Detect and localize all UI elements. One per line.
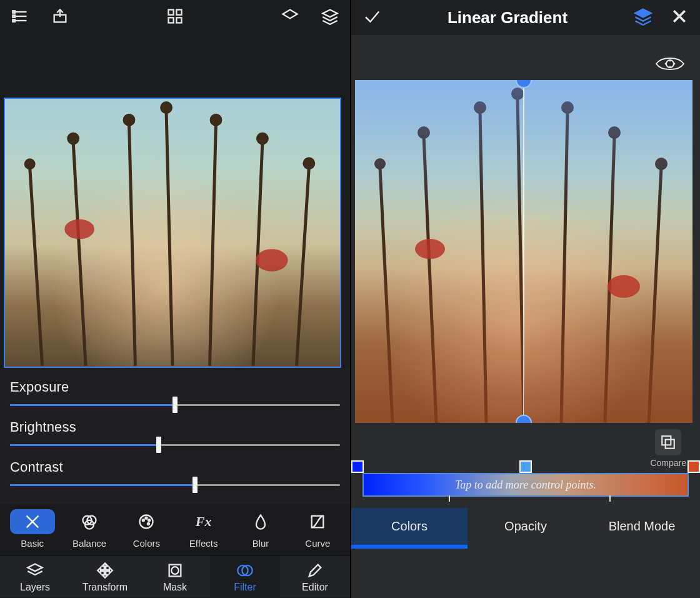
filter-tab-colors[interactable]: Colors xyxy=(118,509,175,549)
layer-single-icon[interactable] xyxy=(281,8,299,28)
svg-rect-10 xyxy=(169,18,174,23)
svg-line-22 xyxy=(210,124,216,366)
svg-line-20 xyxy=(166,111,172,366)
svg-rect-11 xyxy=(176,18,181,23)
panel-title: Linear Gradient xyxy=(448,8,568,28)
gradient-tab-label: Opacity xyxy=(504,519,547,533)
svg-point-38 xyxy=(148,519,150,521)
svg-rect-9 xyxy=(176,10,181,15)
editor-tab-mask[interactable]: Mask xyxy=(140,555,210,597)
editor-tab-layers[interactable]: Layers xyxy=(0,555,70,597)
svg-rect-8 xyxy=(169,10,174,15)
left-topbar xyxy=(0,0,350,35)
slider-contrast[interactable]: Contrast xyxy=(10,459,340,488)
sliders-panel: Exposure Brightness Contrast xyxy=(0,368,350,504)
gradient-tab-label: Colors xyxy=(391,519,428,533)
gradient-bar[interactable]: Tap to add more control points. xyxy=(351,469,700,497)
editor-tab-filter[interactable]: Filter xyxy=(210,555,280,597)
filter-tab-label: Balance xyxy=(72,538,106,549)
filter-tab-curve[interactable]: Curve xyxy=(289,509,346,549)
svg-marker-41 xyxy=(28,564,42,572)
right-topbar: Linear Gradient xyxy=(351,0,700,35)
editor-tab-editor[interactable]: Editor xyxy=(280,555,350,597)
share-icon[interactable] xyxy=(51,8,69,28)
slider-label: Exposure xyxy=(10,379,340,395)
editor-tab-label: Filter xyxy=(234,582,256,593)
svg-point-23 xyxy=(210,114,222,126)
editor-tab-label: Mask xyxy=(163,582,187,593)
svg-line-18 xyxy=(129,124,136,366)
gradient-tab-indicator xyxy=(351,545,468,549)
filter-tab-label: Colors xyxy=(133,538,160,549)
gradient-stop-left[interactable] xyxy=(351,460,364,473)
slider-exposure[interactable]: Exposure xyxy=(10,379,340,408)
gradient-canvas[interactable] xyxy=(355,80,692,423)
svg-marker-47 xyxy=(636,9,651,18)
filter-tab-label: Blur xyxy=(252,538,269,549)
gradient-axis[interactable] xyxy=(523,80,524,423)
gradient-tabs: Colors Opacity Blend Mode xyxy=(351,508,700,545)
gradient-stop-right[interactable] xyxy=(688,460,700,473)
svg-point-28 xyxy=(64,220,94,240)
slider-brightness[interactable]: Brightness xyxy=(10,419,340,448)
gradient-tab-colors[interactable]: Colors xyxy=(351,508,468,545)
filter-tab-blur[interactable]: Blur xyxy=(232,509,289,549)
editor-tab-label: Layers xyxy=(20,582,50,593)
slider-label: Contrast xyxy=(10,459,340,475)
filter-tabs: Basic Balance Colors Fx Effects Blur Cur… xyxy=(0,504,350,555)
close-icon[interactable] xyxy=(670,7,689,28)
svg-line-14 xyxy=(30,167,42,366)
svg-point-19 xyxy=(123,114,136,126)
svg-point-15 xyxy=(24,158,36,170)
svg-point-39 xyxy=(148,523,149,525)
editor-bar: Layers Transform Mask Filter Editor xyxy=(0,555,350,597)
editor-tab-transform[interactable]: Transform xyxy=(70,555,140,597)
svg-point-37 xyxy=(146,517,148,519)
filter-tab-label: Basic xyxy=(21,538,44,549)
gradient-stop-mid[interactable] xyxy=(519,460,532,473)
svg-point-51 xyxy=(665,63,667,65)
filter-tab-label: Curve xyxy=(305,538,330,549)
fx-glyph: Fx xyxy=(196,514,212,530)
layers-icon[interactable] xyxy=(634,7,652,28)
svg-marker-12 xyxy=(282,10,297,19)
svg-point-53 xyxy=(674,63,676,65)
svg-marker-13 xyxy=(322,10,337,18)
gradient-tab-opacity[interactable]: Opacity xyxy=(468,508,584,545)
editor-tab-label: Editor xyxy=(302,582,328,593)
svg-point-25 xyxy=(256,133,269,145)
svg-point-17 xyxy=(67,133,79,145)
visibility-icon[interactable] xyxy=(655,55,685,75)
svg-line-26 xyxy=(297,167,309,366)
image-canvas[interactable] xyxy=(4,98,341,368)
gradient-tab-blendmode[interactable]: Blend Mode xyxy=(584,508,700,545)
confirm-icon[interactable] xyxy=(362,7,381,28)
svg-rect-72 xyxy=(666,440,674,448)
layers-stack-icon[interactable] xyxy=(321,8,339,28)
svg-line-16 xyxy=(73,142,86,365)
compare-label: Compare xyxy=(650,458,686,468)
svg-point-36 xyxy=(142,519,144,521)
compare-button[interactable]: Compare xyxy=(650,429,686,468)
gradient-hint: Tap to add more control points. xyxy=(364,474,688,495)
filter-tab-effects[interactable]: Fx Effects xyxy=(175,509,232,549)
gradient-tab-label: Blend Mode xyxy=(609,519,676,533)
svg-point-44 xyxy=(171,567,179,574)
filter-tab-basic[interactable]: Basic xyxy=(4,509,61,549)
grid-icon[interactable] xyxy=(166,8,184,28)
filter-tab-balance[interactable]: Balance xyxy=(61,509,118,549)
svg-point-27 xyxy=(302,157,315,170)
editor-tab-label: Transform xyxy=(82,582,128,593)
svg-marker-42 xyxy=(98,563,112,577)
slider-label: Brightness xyxy=(10,419,340,435)
svg-rect-71 xyxy=(662,436,671,445)
svg-point-52 xyxy=(669,60,671,62)
compare-icon xyxy=(655,429,681,455)
svg-point-54 xyxy=(669,66,671,68)
filter-tab-label: Effects xyxy=(189,538,218,549)
list-icon[interactable] xyxy=(11,8,29,28)
svg-point-21 xyxy=(160,101,172,114)
svg-point-29 xyxy=(256,249,288,271)
